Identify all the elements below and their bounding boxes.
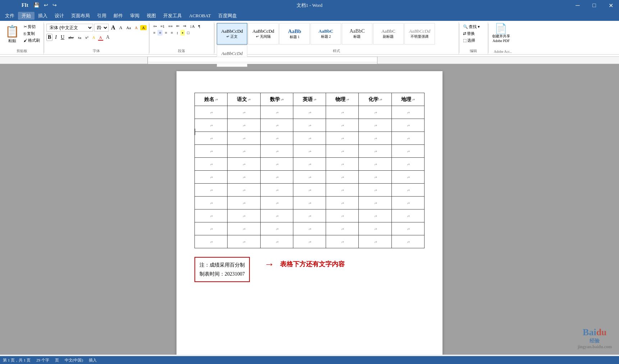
italic-button[interactable]: I xyxy=(54,34,58,41)
menu-view[interactable]: 视图 xyxy=(143,12,160,20)
table-header-row: 姓名↵ 语文↵ 数学↵ 英语↵ 物理↵ 化学↵ 地理↵ xyxy=(195,93,425,106)
paragraph-label: 段落 xyxy=(150,49,214,54)
menu-home[interactable]: 开始 xyxy=(18,12,35,20)
table-row: ↵↵↵↵↵↵↵ xyxy=(195,184,425,197)
shading-button[interactable]: ▪ xyxy=(180,30,185,36)
decrease-indent-button[interactable]: ⇐ xyxy=(175,23,181,29)
table-row: ↵↵↵↵↵↵↵ xyxy=(195,222,425,235)
header-chemistry: 化学↵ xyxy=(359,93,391,106)
font-shrink-button[interactable]: A xyxy=(118,24,124,31)
clipboard-label: 剪贴板 xyxy=(0,49,43,54)
minimize-button[interactable]: ─ xyxy=(569,0,586,11)
undo-button[interactable]: ↩ xyxy=(42,1,50,9)
menu-review[interactable]: 审阅 xyxy=(127,12,143,20)
menu-layout[interactable]: 页面布局 xyxy=(68,12,93,20)
para-row2: ≡ ≡ ≡ ≡ ↕ ▪ □ xyxy=(152,30,191,36)
clear-format-button[interactable]: A xyxy=(133,25,139,31)
cut-button[interactable]: ✂ 剪切 xyxy=(22,24,41,30)
menu-acrobat[interactable]: ACROBAT xyxy=(185,12,215,19)
annotation-text: 表格下方还有文字内容 xyxy=(280,260,345,268)
menu-developer[interactable]: 开发工具 xyxy=(160,12,185,20)
font-grow-button[interactable]: A xyxy=(110,24,117,32)
underline-button[interactable]: U xyxy=(59,34,66,41)
menu-references[interactable]: 引用 xyxy=(93,12,110,20)
status-lang: 中文(中国) xyxy=(65,358,83,363)
find-button[interactable]: 🔍 查找 ▾ xyxy=(462,24,481,30)
menu-insert[interactable]: 插入 xyxy=(35,12,51,20)
svg-rect-0 xyxy=(148,57,377,64)
change-case-button[interactable]: Aa xyxy=(125,25,132,31)
align-right-button[interactable]: ≡ xyxy=(163,30,168,36)
ribbon-section: 📋 粘贴 ✂ 剪切 ⎘ 复制 🖌 格式刷 剪贴板 宋体 (中文正文 四号 A xyxy=(0,22,619,55)
replace-button[interactable]: ⇄ 替换 xyxy=(462,31,481,37)
cursor-mark xyxy=(194,129,195,135)
text-format-button[interactable]: A xyxy=(140,25,147,30)
paste-icon: 📋 xyxy=(5,24,19,38)
table-row: ↵↵↵↵↵↵↵ xyxy=(195,145,425,158)
para-row1: ≡• ≡1 ≡≡ ⇐ ⇒ ↕A ¶ xyxy=(152,23,202,29)
header-math: 数学↵ xyxy=(260,93,293,106)
font-family-select[interactable]: 宋体 (中文正文 xyxy=(46,24,93,32)
style-subtle-emph[interactable]: AaBbCcDd 不明显强调 xyxy=(404,23,435,45)
ribbon-styles-group: AaBbCcDd ↵ 正文 AaBbCcDd ↵ 无间隔 AaBb 标题 1 A… xyxy=(215,22,459,54)
create-pdf-button[interactable]: 📄 创建并共享Adobe PDF xyxy=(491,23,512,43)
note-line1: 注：成绩采用百分制 xyxy=(200,261,245,269)
justify-button[interactable]: ≡ xyxy=(169,30,174,36)
note-box[interactable]: 注：成绩采用百分制 制表时间：20231007 xyxy=(194,257,250,282)
borders-button[interactable]: □ xyxy=(185,30,191,36)
adobe-label: Adobe Acr... xyxy=(489,50,517,54)
text-highlight-button[interactable]: A xyxy=(91,34,97,40)
header-geography: 地理↵ xyxy=(391,93,424,106)
style-normal[interactable]: AaBbCcDd ↵ 正文 xyxy=(217,23,247,45)
multilevel-button[interactable]: ≡≡ xyxy=(167,23,174,29)
ruler-inner xyxy=(147,57,377,64)
ribbon-clipboard-group: 📋 粘贴 ✂ 剪切 ⎘ 复制 🖌 格式刷 剪贴板 xyxy=(0,22,44,54)
maximize-button[interactable]: □ xyxy=(586,0,602,11)
menu-design[interactable]: 设计 xyxy=(51,12,68,20)
data-table[interactable]: 姓名↵ 语文↵ 数学↵ 英语↵ 物理↵ 化学↵ 地理↵ ↵↵↵↵↵↵↵ ↵↵↵↵… xyxy=(194,93,425,248)
copy-button[interactable]: ⎘ 复制 xyxy=(22,31,41,37)
format-painter-button[interactable]: 🖌 格式刷 xyxy=(22,37,41,43)
redo-button[interactable]: ↪ xyxy=(51,1,58,9)
paste-button[interactable]: 📋 粘贴 xyxy=(2,23,22,45)
ribbon-adobe-group: 📄 创建并共享Adobe PDF Adobe Acr... xyxy=(489,22,517,54)
increase-indent-button[interactable]: ⇒ xyxy=(182,23,188,29)
strikethrough-button[interactable]: abc xyxy=(67,34,75,40)
style-heading2[interactable]: AaBbC 标题 2 xyxy=(311,23,341,45)
subscript-button[interactable]: x₂ xyxy=(76,34,83,41)
close-button[interactable]: ✕ xyxy=(602,0,619,11)
table-row: ↵↵↵↵↵↵↵ xyxy=(195,119,425,132)
bold-button[interactable]: B xyxy=(46,34,52,41)
menu-mailings[interactable]: 邮件 xyxy=(110,12,127,20)
select-button[interactable]: ⬚ 选择 xyxy=(462,37,481,43)
align-center-button[interactable]: ≡ xyxy=(157,30,162,36)
note-line2: 制表时间：20231007 xyxy=(200,269,245,278)
menu-file[interactable]: 文件 xyxy=(1,12,18,20)
font-color-button[interactable]: A xyxy=(98,34,104,41)
align-left-button[interactable]: ≡ xyxy=(152,30,157,36)
ruler-svg xyxy=(148,57,377,64)
style-subtitle[interactable]: AaBbC 副标题 xyxy=(373,23,404,45)
save-button[interactable]: 💾 xyxy=(32,1,41,9)
font-size-select[interactable]: 四号 xyxy=(94,24,109,32)
numbering-button[interactable]: ≡1 xyxy=(159,23,166,29)
editing-label: 编辑 xyxy=(459,49,488,54)
sort-button[interactable]: ↕A xyxy=(188,23,196,29)
table-row: ↵↵↵↵↵↵↵ xyxy=(195,171,425,184)
style-heading1[interactable]: AaBb 标题 1 xyxy=(279,23,310,45)
style-no-spacing[interactable]: AaBbCcDd ↵ 无间隔 xyxy=(248,23,279,45)
table-row: ↵↵↵↵↵↵↵ xyxy=(195,209,425,222)
style-title[interactable]: AaBbC 标题 xyxy=(342,23,372,45)
show-marks-button[interactable]: ¶ xyxy=(197,23,202,29)
quick-access-toolbar: FIt 💾 ↩ ↪ xyxy=(22,1,58,9)
annotation-area: → 表格下方还有文字内容 xyxy=(264,258,345,270)
superscript-button[interactable]: x² xyxy=(84,34,90,40)
menu-baidu[interactable]: 百度网盘 xyxy=(215,12,240,20)
line-spacing-button[interactable]: ↕ xyxy=(175,30,180,36)
styles-label: 样式 xyxy=(215,49,459,54)
font-style-row: B I U abc x₂ x² A A A xyxy=(46,33,111,42)
table-row: ↵↵↵↵↵↵↵ xyxy=(195,158,425,171)
bullets-button[interactable]: ≡• xyxy=(152,23,158,29)
ribbon-font-group: 宋体 (中文正文 四号 A A Aa A A B I U abc x₂ x² A… xyxy=(44,22,149,54)
text-effect-button[interactable]: A xyxy=(105,34,111,41)
